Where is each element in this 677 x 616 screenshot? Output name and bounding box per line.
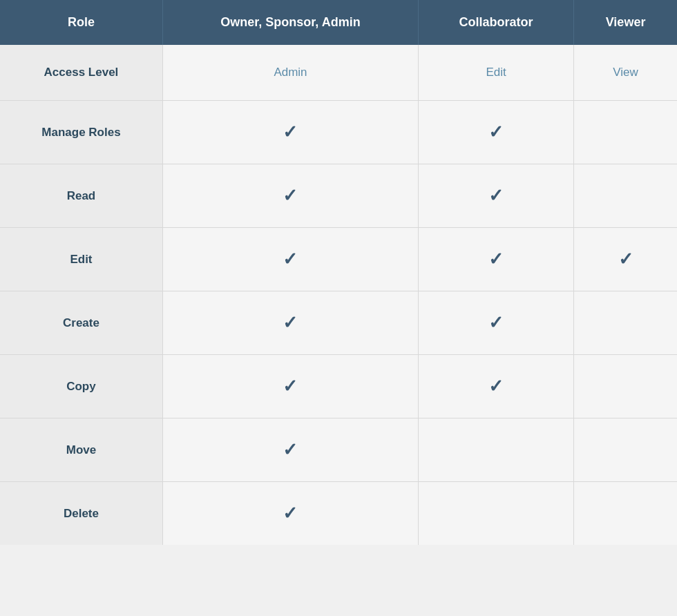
edit-label: Edit [0,228,162,291]
manage-roles-owner: ✓ [162,101,418,164]
create-owner-check: ✓ [283,312,298,334]
delete-label: Delete [0,482,162,546]
create-row: Create ✓ ✓ [0,291,677,355]
delete-row: Delete ✓ [0,482,677,546]
manage-roles-row: Manage Roles ✓ ✓ [0,101,677,164]
create-owner: ✓ [162,291,418,355]
delete-viewer [574,482,677,546]
manage-roles-owner-check: ✓ [283,122,298,143]
move-owner-check: ✓ [283,439,298,461]
delete-owner-check: ✓ [283,503,298,524]
collaborator-column-header: Collaborator [419,0,574,45]
copy-collaborator-check: ✓ [488,376,504,397]
access-level-collaborator: Edit [419,45,574,101]
read-owner: ✓ [162,164,418,228]
table-header-row: Role Owner, Sponsor, Admin Collaborator … [0,0,677,45]
read-row: Read ✓ ✓ [0,164,677,228]
access-level-row: Access Level Admin Edit View [0,45,677,101]
read-viewer [574,164,677,228]
move-owner: ✓ [162,418,418,482]
delete-owner: ✓ [162,482,418,546]
read-owner-check: ✓ [283,185,298,206]
move-row: Move ✓ [0,418,677,482]
copy-row: Copy ✓ ✓ [0,355,677,418]
permissions-table-wrapper: Role Owner, Sponsor, Admin Collaborator … [0,0,677,545]
copy-viewer [574,355,677,418]
role-column-header: Role [0,0,162,45]
manage-roles-label: Manage Roles [0,101,162,164]
edit-owner: ✓ [162,228,418,291]
move-viewer [574,418,677,482]
delete-collaborator [419,482,574,546]
viewer-column-header: Viewer [574,0,677,45]
access-level-viewer: View [574,45,677,101]
create-collaborator: ✓ [419,291,574,355]
move-collaborator [419,418,574,482]
copy-label: Copy [0,355,162,418]
edit-viewer-check: ✓ [618,249,633,270]
edit-collaborator-check: ✓ [488,249,504,270]
read-label: Read [0,164,162,228]
permissions-table: Role Owner, Sponsor, Admin Collaborator … [0,0,677,545]
access-level-owner-value: Admin [274,66,307,79]
create-collaborator-check: ✓ [488,312,504,334]
create-viewer [574,291,677,355]
manage-roles-collaborator: ✓ [419,101,574,164]
access-level-label: Access Level [0,45,162,101]
copy-owner: ✓ [162,355,418,418]
read-collaborator: ✓ [419,164,574,228]
edit-collaborator: ✓ [419,228,574,291]
move-label: Move [0,418,162,482]
edit-viewer: ✓ [574,228,677,291]
copy-owner-check: ✓ [283,376,298,397]
access-level-viewer-value: View [613,66,638,79]
owner-column-header: Owner, Sponsor, Admin [162,0,418,45]
read-collaborator-check: ✓ [488,185,504,206]
manage-roles-viewer [574,101,677,164]
manage-roles-collaborator-check: ✓ [488,122,504,143]
edit-owner-check: ✓ [283,249,298,270]
copy-collaborator: ✓ [419,355,574,418]
edit-row: Edit ✓ ✓ ✓ [0,228,677,291]
create-label: Create [0,291,162,355]
access-level-owner: Admin [162,45,418,101]
access-level-collaborator-value: Edit [486,66,506,79]
